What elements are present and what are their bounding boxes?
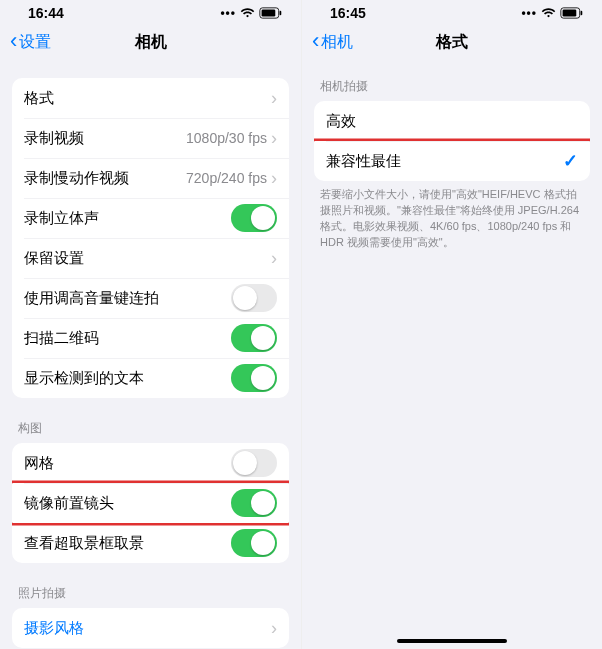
row-most-compatible[interactable]: 兼容性最佳 ✓ xyxy=(314,141,590,181)
section-header-composition: 构图 xyxy=(12,420,289,443)
section-header-capture: 照片拍摄 xyxy=(12,585,289,608)
nav-bar: ‹ 设置 相机 xyxy=(0,20,301,64)
checkmark-icon: ✓ xyxy=(563,150,578,172)
content-scroll: 相机拍摄 高效 兼容性最佳 ✓ 若要缩小文件大小，请使用"高效"HEIF/HEV… xyxy=(302,64,602,649)
row-view-outside-frame[interactable]: 查看超取景框取景 xyxy=(12,523,289,563)
nav-back-button[interactable]: ‹ 设置 xyxy=(10,31,51,53)
status-bar: 16:45 ••• xyxy=(302,0,602,20)
status-time: 16:45 xyxy=(330,5,366,21)
status-icons: ••• xyxy=(521,6,584,20)
nav-back-label: 相机 xyxy=(321,32,353,53)
wifi-icon xyxy=(541,7,556,19)
phone-formats: 16:45 ••• ‹ 相机 格式 相机拍摄 高效 兼容性最佳 ✓ xyxy=(301,0,602,649)
row-record-video[interactable]: 录制视频 1080p/30 fps › xyxy=(12,118,289,158)
cellular-icon: ••• xyxy=(521,6,537,20)
row-mirror-front[interactable]: 镜像前置镜头 xyxy=(12,483,289,523)
row-high-efficiency[interactable]: 高效 xyxy=(314,101,590,141)
row-grid[interactable]: 网格 xyxy=(12,443,289,483)
phone-camera-settings: 16:44 ••• ‹ 设置 相机 格式 › 录制视频 1080p/30 fps xyxy=(0,0,301,649)
nav-back-label: 设置 xyxy=(19,32,51,53)
switch-view-outside[interactable] xyxy=(231,529,277,557)
battery-icon xyxy=(259,7,283,19)
switch-detected-text[interactable] xyxy=(231,364,277,392)
switch-volume-burst[interactable] xyxy=(231,284,277,312)
content-scroll: 格式 › 录制视频 1080p/30 fps › 录制慢动作视频 720p/24… xyxy=(0,64,301,649)
chevron-right-icon: › xyxy=(271,88,277,109)
row-preserve-settings[interactable]: 保留设置 › xyxy=(12,238,289,278)
svg-rect-4 xyxy=(563,10,577,17)
svg-rect-2 xyxy=(280,11,282,15)
chevron-left-icon: ‹ xyxy=(10,30,17,52)
nav-bar: ‹ 相机 格式 xyxy=(302,20,602,64)
switch-scan-qr[interactable] xyxy=(231,324,277,352)
status-time: 16:44 xyxy=(28,5,64,21)
cellular-icon: ••• xyxy=(220,6,236,20)
section-header-camera-capture: 相机拍摄 xyxy=(314,78,590,101)
chevron-right-icon: › xyxy=(271,248,277,269)
row-photographic-styles[interactable]: 摄影风格 › xyxy=(12,608,289,648)
status-icons: ••• xyxy=(220,6,283,20)
row-record-slomo[interactable]: 录制慢动作视频 720p/240 fps › xyxy=(12,158,289,198)
switch-grid[interactable] xyxy=(231,449,277,477)
chevron-right-icon: › xyxy=(271,128,277,149)
row-volume-burst[interactable]: 使用调高音量键连拍 xyxy=(12,278,289,318)
row-scan-qr[interactable]: 扫描二维码 xyxy=(12,318,289,358)
svg-rect-5 xyxy=(581,11,583,15)
svg-rect-1 xyxy=(262,10,276,17)
switch-stereo[interactable] xyxy=(231,204,277,232)
row-record-stereo[interactable]: 录制立体声 xyxy=(12,198,289,238)
status-bar: 16:44 ••• xyxy=(0,0,301,20)
row-detected-text[interactable]: 显示检测到的文本 xyxy=(12,358,289,398)
nav-back-button[interactable]: ‹ 相机 xyxy=(312,31,353,53)
wifi-icon xyxy=(240,7,255,19)
chevron-right-icon: › xyxy=(271,618,277,639)
chevron-left-icon: ‹ xyxy=(312,30,319,52)
chevron-right-icon: › xyxy=(271,168,277,189)
section-footer-formats: 若要缩小文件大小，请使用"高效"HEIF/HEVC 格式拍摄照片和视频。"兼容性… xyxy=(314,181,590,251)
battery-icon xyxy=(560,7,584,19)
home-indicator[interactable] xyxy=(397,639,507,643)
row-formats[interactable]: 格式 › xyxy=(12,78,289,118)
switch-mirror-front[interactable] xyxy=(231,489,277,517)
